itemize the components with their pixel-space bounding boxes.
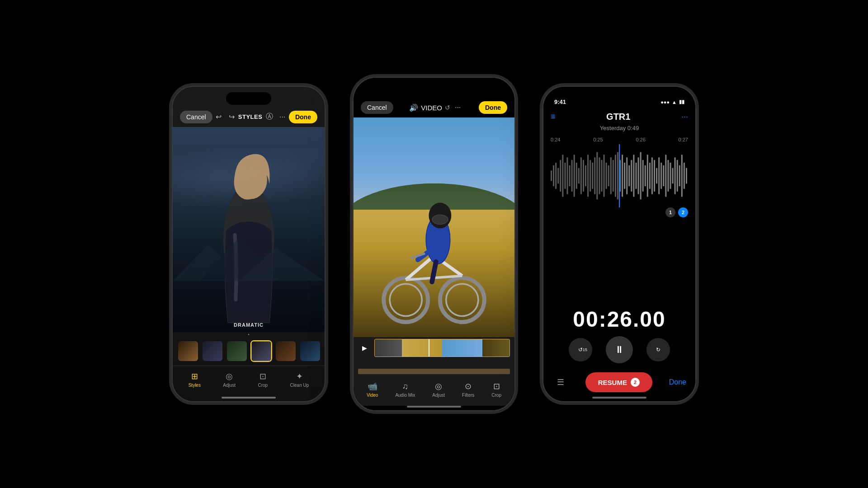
battery-icon: ▮▮ <box>679 99 684 105</box>
svg-rect-74 <box>679 165 680 187</box>
toolbar-video[interactable]: 📹 Video <box>363 380 382 399</box>
svg-rect-73 <box>677 160 678 192</box>
timeline-t3: 0:26 <box>636 137 645 142</box>
toolbar-crop[interactable]: ⊡ Crop <box>255 370 272 389</box>
svg-rect-67 <box>663 165 664 187</box>
dynamic-island-1 <box>226 92 271 105</box>
svg-rect-63 <box>654 160 655 192</box>
done-button-1[interactable]: Done <box>289 111 317 123</box>
filters-icon: ⊙ <box>465 381 472 391</box>
svg-rect-30 <box>578 168 580 184</box>
filter-carousel[interactable] <box>173 337 325 366</box>
toolbar-styles[interactable]: ⊞ Styles <box>185 370 204 389</box>
style-name-label: DRAMATIC <box>234 322 264 328</box>
motorcycle-rider <box>374 161 495 326</box>
undo-button[interactable]: ↩ <box>214 111 223 123</box>
phone-video: Cancel 🔊 VIDEO ↺ ··· Done <box>353 77 515 411</box>
edit-icon-btn[interactable]: Ⓐ <box>264 110 275 123</box>
filter-thumb-2[interactable] <box>202 340 223 362</box>
marker-2[interactable]: 2 <box>678 207 688 217</box>
waveform-timeline-labels: 0:24 0:25 0:26 0:27 <box>551 137 688 142</box>
skip-back-button[interactable]: ↺15 <box>569 338 592 361</box>
toolbar-adjust-2[interactable]: ◎ Adjust <box>429 380 448 399</box>
svg-point-14 <box>432 215 448 224</box>
filter-thumb-4-selected[interactable] <box>250 340 272 362</box>
crop-toolbar-label: Crop <box>258 383 268 388</box>
adjust-icon-2: ◎ <box>435 381 442 391</box>
marker-dots: 1 2 <box>551 207 688 217</box>
svg-rect-24 <box>564 163 566 189</box>
styles-toolbar-label: Styles <box>189 383 201 388</box>
svg-rect-32 <box>583 160 584 192</box>
svg-rect-41 <box>604 155 605 197</box>
carousel-indicator: ● <box>173 332 325 337</box>
svg-rect-71 <box>672 168 674 184</box>
cancel-button-2[interactable]: Cancel <box>361 101 393 114</box>
scrubber-container[interactable]: document.write(''); <box>354 359 514 376</box>
more-options-btn-1[interactable]: ··· <box>278 110 287 123</box>
dynamic-island-2 <box>409 83 459 96</box>
filter-thumb-7[interactable] <box>324 340 325 362</box>
svg-rect-55 <box>635 163 637 189</box>
more-options-btn-2[interactable]: ··· <box>453 102 462 113</box>
toolbar-crop-2[interactable]: ⊡ Crop <box>488 380 505 399</box>
svg-rect-57 <box>640 152 642 200</box>
svg-rect-19 <box>553 165 554 187</box>
skip-forward-button[interactable]: ↻ <box>646 338 670 361</box>
audio-mix-toolbar-label: Audio Mix <box>395 393 415 398</box>
phone1-top-bar: Cancel ↩ ↪ STYLES Ⓐ ··· Done <box>173 107 325 127</box>
dynamic-island-3 <box>597 92 642 105</box>
home-indicator-3 <box>592 397 646 399</box>
filter-thumb-5[interactable] <box>275 340 297 362</box>
phone2-bottom-toolbar: 📹 Video ♫ Audio Mix ◎ Adjust ⊙ Filters ⊡ <box>354 376 514 406</box>
resume-button[interactable]: RESUME 2 <box>585 372 652 392</box>
svg-rect-69 <box>667 160 669 192</box>
pause-icon: ⏸ <box>614 344 624 356</box>
transcript-symbol: ☰ <box>557 377 564 387</box>
svg-rect-18 <box>551 170 552 181</box>
styles-label: STYLES <box>238 113 263 120</box>
svg-rect-28 <box>574 155 575 197</box>
redo-button[interactable]: ↪ <box>227 111 236 123</box>
svg-point-7 <box>390 284 422 316</box>
waveform-canvas <box>551 144 688 207</box>
svg-rect-21 <box>557 168 559 184</box>
svg-rect-56 <box>638 157 639 194</box>
equalizer-icon[interactable]: ≡ <box>551 112 556 122</box>
toolbar-filters[interactable]: ⊙ Filters <box>458 380 478 399</box>
svg-rect-50 <box>624 163 625 189</box>
crop-toolbar-label-2: Crop <box>491 393 501 398</box>
svg-rect-45 <box>613 160 614 192</box>
transcript-icon[interactable]: ☰ <box>552 374 569 390</box>
timeline-strip[interactable] <box>374 339 510 357</box>
toolbar-cleanup[interactable]: ✦ Clean Up <box>287 370 313 389</box>
signal-icon: ●●● <box>660 99 670 105</box>
filter-thumb-6[interactable] <box>299 340 321 362</box>
cancel-button-1[interactable]: Cancel <box>180 111 212 123</box>
play-button[interactable]: ▶ <box>358 342 371 354</box>
recording-meta: Yesterday 0:49 <box>551 125 688 131</box>
playhead <box>429 339 429 357</box>
filter-thumb-3[interactable] <box>226 340 248 362</box>
svg-rect-51 <box>626 157 627 194</box>
done-button-2[interactable]: Done <box>479 101 507 114</box>
marker-1[interactable]: 1 <box>665 207 675 217</box>
toolbar-audio-mix[interactable]: ♫ Audio Mix <box>392 380 419 399</box>
svg-rect-39 <box>599 157 600 194</box>
phone-recorder: 9:41 ●●● ▲ ▮▮ ≡ GTR1 ··· Yesterday 0:49 <box>542 86 696 402</box>
toolbar-adjust[interactable]: ◎ Adjust <box>219 370 239 389</box>
done-button-3[interactable]: Done <box>669 378 686 386</box>
adjust-toolbar-label-2: Adjust <box>432 393 445 398</box>
svg-rect-61 <box>649 163 651 189</box>
filter-thumb-1[interactable] <box>177 340 199 362</box>
svg-rect-77 <box>686 168 687 184</box>
waveform-container[interactable]: 0:24 0:25 0:26 0:27 <box>551 137 688 298</box>
svg-rect-34 <box>587 155 589 197</box>
video-preview <box>354 117 514 337</box>
phone2-top-bar: Cancel 🔊 VIDEO ↺ ··· Done <box>354 98 514 117</box>
pause-button[interactable]: ⏸ <box>606 336 633 363</box>
svg-rect-66 <box>660 163 662 189</box>
resume-badge: 2 <box>631 378 640 387</box>
adjust-toolbar-label: Adjust <box>223 383 236 388</box>
more-options-btn-3[interactable]: ··· <box>681 112 688 122</box>
